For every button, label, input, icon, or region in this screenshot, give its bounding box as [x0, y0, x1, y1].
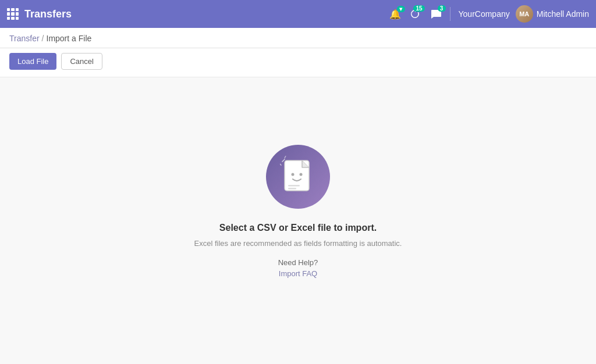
app-title: Transfers — [24, 8, 384, 20]
svg-rect-3 — [288, 185, 300, 187]
grid-menu-icon[interactable] — [7, 8, 19, 20]
user-avatar: MA — [516, 5, 533, 23]
svg-line-6 — [280, 164, 281, 165]
svg-line-5 — [282, 159, 285, 162]
bell-badge: ▾ — [397, 6, 405, 12]
app-header: Transfers 🔔 ▾ 15 3 YourCompany MA — [0, 0, 596, 28]
document-icon — [280, 156, 316, 198]
illustration-circle — [266, 145, 330, 209]
header-divider — [450, 7, 450, 21]
svg-point-1 — [292, 173, 295, 176]
import-faq-link[interactable]: Import FAQ — [279, 269, 317, 278]
header-right-section: 🔔 ▾ 15 3 YourCompany MA Mitchell Admin — [389, 5, 589, 23]
help-text: Need Help? — [278, 258, 318, 267]
import-illustration — [266, 145, 330, 209]
user-name-label: Mitchell Admin — [537, 9, 589, 19]
chat-badge: 3 — [438, 5, 446, 12]
main-content-area: Select a CSV or Excel file to import. Ex… — [0, 77, 596, 345]
breadcrumb-current: Import a File — [47, 34, 92, 43]
breadcrumb-separator: / — [42, 34, 44, 43]
updates-badge: 15 — [413, 5, 424, 12]
svg-rect-4 — [288, 188, 296, 190]
company-name: YourCompany — [459, 9, 510, 19]
breadcrumb: Transfer / Import a File — [9, 34, 587, 48]
updates-btn[interactable]: 15 — [409, 8, 421, 20]
chat-btn[interactable]: 3 — [430, 8, 442, 20]
svg-line-7 — [285, 156, 286, 158]
bell-notification-btn[interactable]: 🔔 ▾ — [389, 9, 401, 20]
breadcrumb-parent-link[interactable]: Transfer — [9, 34, 40, 43]
load-file-button[interactable]: Load File — [9, 53, 56, 70]
user-menu[interactable]: MA Mitchell Admin — [516, 5, 589, 23]
breadcrumb-toolbar-section: Transfer / Import a File — [0, 28, 596, 48]
cancel-button[interactable]: Cancel — [61, 53, 102, 70]
toolbar: Load File Cancel — [0, 48, 596, 77]
primary-message: Select a CSV or Excel file to import. — [219, 223, 377, 233]
svg-point-2 — [300, 173, 303, 176]
sub-message: Excel files are recommended as fields fo… — [194, 239, 402, 248]
